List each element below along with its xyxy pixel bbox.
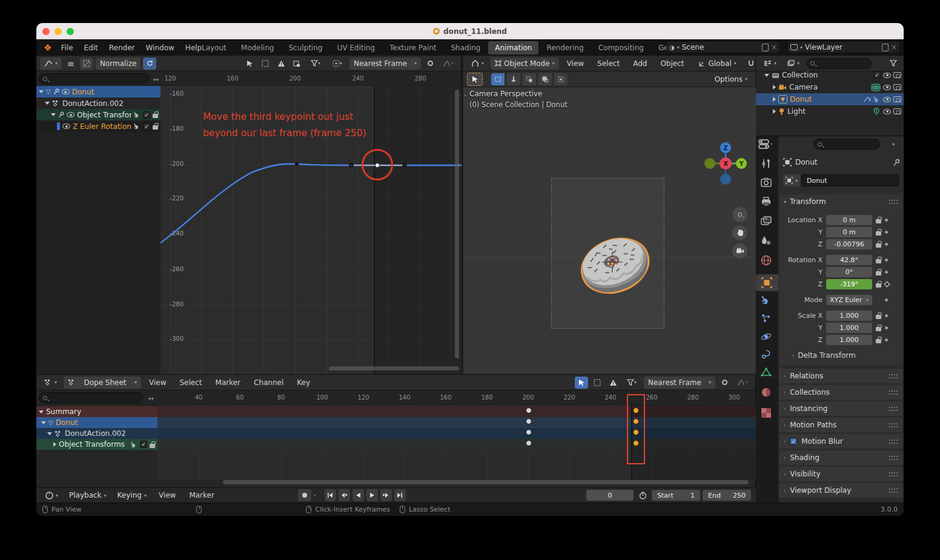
tab-viewlayer-icon[interactable] (761, 216, 772, 228)
lock-icon[interactable] (876, 219, 881, 223)
location-z-field[interactable]: -0.00796 (826, 239, 872, 249)
jump-to-start-button[interactable] (325, 489, 336, 501)
playback-dropdown[interactable]: Playback▾ (65, 489, 111, 501)
keyframe-point[interactable] (295, 162, 299, 166)
scale-z-field[interactable]: 1.000 (826, 335, 872, 345)
render-visibility-icon[interactable] (893, 96, 901, 102)
render-visibility-icon[interactable] (893, 72, 901, 78)
outliner-item-donut[interactable]: ▼ Donut (756, 93, 904, 105)
select-subtract-mode-button[interactable] (523, 73, 536, 85)
graph-menu-icon[interactable]: ≡ (64, 58, 78, 70)
scale-y-field[interactable]: 1.000 (826, 323, 872, 333)
show-hidden-toggle-icon[interactable] (259, 58, 272, 70)
viewport-body[interactable]: › Camera Perspective (0) Scene Collectio… (463, 87, 756, 374)
remove-viewlayer-icon[interactable]: × (891, 43, 897, 51)
animate-dot[interactable] (885, 271, 888, 274)
normalize-toggle-icon[interactable] (80, 58, 93, 70)
viewport-menu-object[interactable]: Object (655, 58, 689, 70)
motion-blur-checkbox[interactable]: ✓ (790, 438, 797, 445)
pivot-point-dropdown-icon[interactable]: ▾ (328, 58, 347, 70)
workspace-tab-modeling[interactable]: Modeling (234, 41, 281, 54)
tweak-tool-button[interactable] (467, 73, 483, 86)
horizontal-scrollbar[interactable] (329, 366, 459, 371)
panel-drag-handle[interactable] (889, 440, 898, 444)
modifier-wrench-icon[interactable] (134, 111, 141, 118)
outliner-editor-type-dropdown[interactable]: ▾ (760, 58, 781, 70)
tab-object-data-icon[interactable] (761, 367, 772, 380)
pin-icon[interactable] (893, 159, 900, 166)
pin-icon[interactable] (53, 88, 59, 95)
graph-channel-z-euler[interactable]: Z Euler Rotation ✓ (36, 120, 161, 132)
properties-editor-type-dropdown[interactable] (758, 139, 773, 151)
animate-dot[interactable] (885, 298, 888, 301)
gizmo-y-neg-axis[interactable] (704, 158, 715, 169)
graph-snap-dropdown[interactable]: Nearest Frame▾ (349, 58, 421, 70)
gizmo-z-neg-axis[interactable] (720, 174, 731, 185)
keyframe-dot[interactable] (526, 419, 532, 424)
jump-to-end-button[interactable] (394, 489, 406, 501)
end-frame-field[interactable]: End250 (703, 490, 751, 501)
object-browse-dropdown[interactable]: ▾ (783, 174, 800, 186)
lock-icon[interactable] (876, 327, 881, 331)
stopwatch-icon[interactable] (636, 489, 649, 501)
panel-motion-blur[interactable]: ›✓Motion Blur (779, 434, 902, 449)
panel-viewport-display[interactable]: ›Viewport Display (779, 483, 902, 498)
rotation-mode-dropdown[interactable]: XYZ Euler▾ (826, 295, 872, 305)
tab-render-icon[interactable] (761, 177, 772, 189)
workspace-tab-uvediting[interactable]: UV Editing (330, 41, 382, 54)
lock-icon[interactable] (876, 283, 881, 288)
scene-name[interactable]: Scene (682, 43, 760, 51)
eye-icon[interactable] (883, 97, 891, 102)
menu-window[interactable]: Window (141, 42, 180, 54)
zoom-button[interactable] (732, 207, 747, 222)
falloff-dropdown-icon[interactable]: ▾ (439, 58, 457, 70)
render-visibility-icon[interactable] (893, 84, 901, 90)
select-extend-mode-button[interactable] (507, 73, 520, 85)
orientation-dropdown[interactable]: Global▾ (694, 58, 740, 70)
panel-drag-handle[interactable] (889, 374, 898, 378)
panel-drag-handle[interactable] (889, 423, 898, 427)
auto-keying-record-button[interactable] (298, 489, 311, 501)
animate-dot[interactable] (885, 259, 888, 262)
workspace-tab-sculpting[interactable]: Sculpting (282, 41, 329, 54)
graph-search-input[interactable] (39, 73, 149, 84)
viewport-menu-view[interactable]: View (561, 58, 589, 70)
panel-visibility[interactable]: ›Visibility (779, 467, 902, 481)
panel-collections[interactable]: ›Collections (779, 385, 902, 400)
workspace-tab-compositing[interactable]: Compositing (592, 41, 650, 54)
current-frame-field[interactable]: 0 (586, 490, 634, 501)
panel-relations[interactable]: ›Relations (779, 369, 902, 383)
scene-selector[interactable]: ◑▾ Scene × (666, 41, 780, 53)
tab-particles-icon[interactable] (761, 313, 772, 326)
keying-dropdown[interactable]: Keying▾ (113, 489, 151, 501)
workspace-tab-shading[interactable]: Shading (444, 41, 487, 54)
workspace-tab-rendering[interactable]: Rendering (540, 41, 590, 54)
auto-keying-dropdown-icon[interactable]: ▾ (314, 493, 316, 498)
graph-channel-object-transform[interactable]: Object Transform ✓ (36, 109, 161, 120)
filter-dropdown-icon[interactable]: ▾ (306, 58, 325, 70)
panel-drag-handle[interactable] (889, 456, 898, 460)
tab-scene-icon[interactable] (761, 236, 772, 248)
channel-enable-checkbox[interactable]: ✓ (143, 111, 150, 119)
tab-modifiers-icon[interactable] (761, 295, 772, 308)
select-intersect-mode-button[interactable] (554, 73, 568, 85)
lock-icon[interactable] (876, 259, 881, 263)
properties-search-input[interactable] (813, 139, 880, 150)
timeline-menu-view[interactable]: View (153, 489, 181, 501)
expander-icon[interactable] (773, 85, 776, 90)
graph-channel-donut[interactable]: ▽ Donut (36, 86, 161, 97)
normalize-button[interactable]: Normalize (96, 58, 141, 70)
workspace-tab-animation[interactable]: Animation (488, 41, 538, 54)
expander-icon[interactable] (764, 74, 769, 77)
tab-output-icon[interactable] (761, 197, 772, 209)
timeline-editor-type-dropdown[interactable]: ▾ (41, 489, 62, 501)
rotation-x-field[interactable]: 42.8° (826, 255, 872, 265)
collection-checkbox[interactable]: ✓ (873, 71, 881, 79)
eye-icon[interactable] (67, 112, 74, 117)
panel-shading[interactable]: ›Shading (779, 450, 902, 465)
keyframe-dot[interactable] (526, 430, 532, 435)
lock-icon[interactable] (876, 243, 881, 248)
auto-normalize-refresh-icon[interactable] (143, 58, 156, 70)
graph-canvas[interactable]: -160 -180 -200 -220 -240 -260 -280 -300 … (161, 86, 462, 374)
options-dropdown[interactable]: Options▾ (710, 73, 752, 85)
